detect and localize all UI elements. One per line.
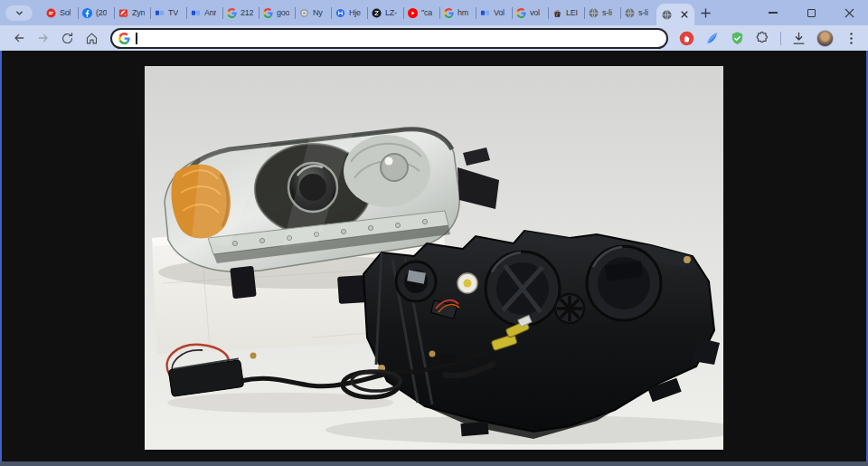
- shopping-bag-icon: [552, 8, 562, 18]
- page-content: [0, 51, 868, 461]
- browser-tab[interactable]: s-li: [584, 0, 620, 25]
- browser-tab[interactable]: LZ-: [367, 0, 403, 25]
- tab-strip: Sol (20 Zyn TV Anr 212: [0, 0, 868, 25]
- feather-extension-button[interactable]: [704, 31, 720, 46]
- tab-title: s-li: [638, 8, 648, 17]
- google-icon: [444, 8, 454, 18]
- tab-title: vol: [530, 8, 540, 17]
- tab-title: 212: [241, 8, 253, 17]
- facebook-icon: [82, 8, 92, 18]
- tab-title: TV: [168, 8, 178, 17]
- reload-button[interactable]: [56, 27, 79, 50]
- globe-icon: [589, 8, 599, 18]
- google-g-icon: [118, 33, 130, 44]
- maximize-button[interactable]: [792, 0, 830, 25]
- browser-tab[interactable]: Zyn: [114, 0, 150, 25]
- google-icon: [227, 8, 237, 18]
- blue-squares-icon: [191, 8, 201, 18]
- tab-search-button[interactable]: [5, 5, 33, 21]
- red-flag-icon: [118, 8, 128, 18]
- browser-tab[interactable]: Hje: [331, 0, 367, 25]
- browser-window: Sol (20 Zyn TV Anr 212: [0, 0, 868, 466]
- puzzle-extensions-button[interactable]: [755, 31, 770, 46]
- google-icon: [263, 8, 273, 18]
- browser-tab[interactable]: hm: [439, 0, 476, 25]
- red-badge-icon: [46, 8, 56, 18]
- browser-tab[interactable]: TV: [150, 0, 186, 25]
- tab-title: (20: [96, 8, 107, 17]
- youtube-icon: [408, 8, 418, 18]
- tab-title: Sol: [60, 8, 71, 17]
- tab-close-icon[interactable]: [680, 10, 689, 19]
- close-window-button[interactable]: [830, 0, 868, 25]
- toolbar-right: [679, 30, 861, 47]
- address-bar[interactable]: [110, 28, 668, 49]
- tab-title: Vol: [494, 8, 505, 17]
- browser-tab[interactable]: vol: [512, 0, 548, 25]
- tab-title: hm: [458, 8, 468, 17]
- shield-check-extension-button[interactable]: [730, 31, 745, 46]
- tab-title: Ny: [313, 8, 323, 17]
- globe-icon: [662, 10, 672, 20]
- browser-tab[interactable]: Vol: [476, 0, 512, 25]
- forward-arrow-icon: [36, 31, 51, 45]
- blue-logo-icon: [335, 8, 345, 18]
- browser-tab[interactable]: Sol: [42, 0, 78, 25]
- browser-tab[interactable]: 212: [222, 0, 259, 25]
- new-tab-button[interactable]: [694, 2, 716, 24]
- window-bottom-edge: [0, 461, 868, 466]
- browser-tab[interactable]: Ny: [295, 0, 331, 25]
- toolbar: [0, 25, 868, 51]
- dark-logo-icon: [372, 8, 382, 18]
- tab-title: "ca: [421, 8, 432, 17]
- tab-title: LZ-: [385, 8, 397, 17]
- tab-title: Zyn: [132, 8, 145, 17]
- google-icon: [516, 8, 526, 18]
- minimize-button[interactable]: [754, 0, 792, 25]
- browser-tab[interactable]: "ca: [403, 0, 439, 25]
- reload-icon: [61, 32, 74, 45]
- tab-title: Anr: [204, 8, 216, 17]
- tabs: Sol (20 Zyn TV Anr 212: [42, 0, 694, 25]
- kebab-menu-button[interactable]: [844, 31, 859, 46]
- window-controls: [754, 0, 868, 25]
- tab-title: Hje: [349, 8, 361, 17]
- hand-stop-extension-button[interactable]: [679, 31, 694, 46]
- browser-tab[interactable]: LEI: [548, 0, 584, 25]
- product-photo-image: [145, 66, 723, 450]
- minimize-icon: [769, 12, 778, 14]
- maximize-icon: [807, 9, 816, 17]
- globe-icon: [625, 8, 635, 18]
- toolbar-divider: [780, 32, 781, 45]
- browser-tab-active[interactable]: [656, 4, 694, 25]
- tab-title: LEI: [566, 8, 578, 17]
- tab-title: goo: [277, 8, 289, 17]
- download-button[interactable]: [791, 31, 807, 46]
- blue-squares-icon: [480, 8, 490, 18]
- chrome-gray-icon: [299, 8, 309, 18]
- browser-tab[interactable]: (20: [78, 0, 114, 25]
- text-caret: [136, 33, 137, 44]
- forward-button[interactable]: [32, 27, 54, 50]
- browser-tab[interactable]: Anr: [186, 0, 222, 25]
- home-button[interactable]: [80, 27, 103, 50]
- blue-squares-icon: [155, 8, 165, 18]
- profile-avatar[interactable]: [816, 30, 834, 47]
- browser-tab[interactable]: s-li: [620, 0, 656, 25]
- plus-icon: [701, 8, 711, 18]
- back-button[interactable]: [7, 27, 30, 50]
- home-icon: [85, 32, 99, 45]
- back-arrow-icon: [12, 31, 26, 45]
- close-icon: [844, 8, 854, 18]
- browser-tab[interactable]: goo: [259, 0, 295, 25]
- tab-title: s-li: [602, 8, 612, 17]
- chevron-down-icon: [15, 9, 24, 17]
